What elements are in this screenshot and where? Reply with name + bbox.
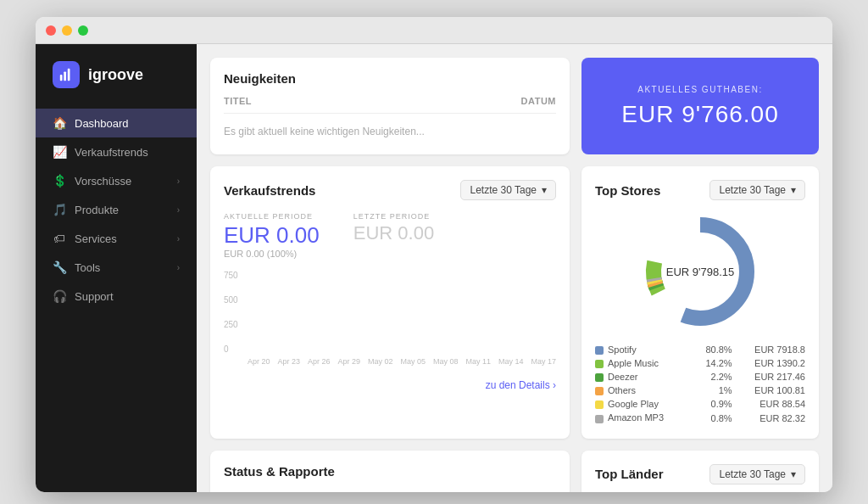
- sidebar-item-label-tools: Tools: [75, 261, 100, 274]
- last-period-group: LETZTE PERIODE EUR 0.00: [353, 212, 434, 259]
- chevron-down-icon: ▾: [542, 184, 547, 196]
- legend-name: Google Play: [608, 399, 659, 409]
- status-title: Status & Rapporte: [224, 464, 556, 479]
- legend-pct: 1%: [694, 384, 732, 397]
- sidebar-item-support[interactable]: 🎧Support: [36, 282, 197, 311]
- verkauf-title: Verkaufstrends: [224, 183, 315, 198]
- close-button[interactable]: [46, 25, 56, 36]
- legend-eur: EUR 217.46: [732, 370, 805, 384]
- chevron-icon-produkte: ›: [177, 205, 180, 215]
- sidebar: igroove 🏠Dashboard📈Verkaufstrends💲Vorsch…: [36, 44, 197, 492]
- legend-row: Amazon MP30.8%EUR 82.32: [595, 411, 805, 424]
- top-row: Neuigkeiten Titel Datum Es gibt aktuell …: [210, 58, 819, 154]
- top-laender-period-select[interactable]: Letzte 30 Tage ▾: [709, 464, 805, 484]
- balance-card: AKTUELLES GUTHABEN: EUR 9'766.00: [581, 58, 819, 154]
- minimize-button[interactable]: [62, 25, 72, 36]
- logo-icon: [53, 61, 80, 88]
- verkauf-period-select[interactable]: Letzte 30 Tage ▾: [460, 180, 556, 200]
- col-date: Datum: [521, 96, 556, 106]
- svg-rect-1: [64, 71, 66, 81]
- verkaufstrends-icon: 📈: [53, 145, 66, 159]
- top-stores-header: Top Stores Letzte 30 Tage ▾: [595, 180, 805, 200]
- legend-name: Deezer: [608, 372, 637, 382]
- chevron-icon-tools: ›: [177, 263, 180, 272]
- svg-rect-2: [68, 69, 70, 81]
- neuigkeiten-title: Neuigkeiten: [224, 71, 556, 86]
- sidebar-item-label-produkte: Produkte: [75, 204, 119, 216]
- sidebar-item-label-verkaufstrends: Verkaufstrends: [75, 146, 148, 159]
- middle-row: Verkaufstrends Letzte 30 Tage ▾ AKTUELLE…: [210, 166, 819, 439]
- legend-eur: EUR 1390.2: [732, 356, 805, 370]
- nav-container: 🏠Dashboard📈Verkaufstrends💲Vorschüsse›🎵Pr…: [36, 109, 197, 311]
- sidebar-item-services[interactable]: 🏷Services›: [36, 224, 197, 253]
- legend-row: Deezer2.2%EUR 217.46: [595, 370, 805, 384]
- services-icon: 🏷: [53, 232, 66, 245]
- legend-row: Spotify80.8%EUR 7918.8: [595, 343, 805, 356]
- neuigkeiten-header: Titel Datum: [224, 96, 556, 114]
- verkaufstrends-card: Verkaufstrends Letzte 30 Tage ▾ AKTUELLE…: [210, 166, 570, 439]
- legend-name: Spotify: [608, 344, 637, 355]
- legend-pct: 14.2%: [694, 356, 732, 370]
- bottom-row: Status & Rapporte Top Länder Letzte 30 T…: [210, 451, 819, 492]
- verkauf-period-label: Letzte 30 Tage: [470, 184, 537, 196]
- support-icon: 🎧: [53, 289, 66, 303]
- top-laender-title: Top Länder: [595, 467, 664, 481]
- legend-container: Spotify80.8%EUR 7918.8Apple Music14.2%EU…: [595, 343, 805, 425]
- top-stores-title: Top Stores: [595, 183, 660, 198]
- status-card: Status & Rapporte: [210, 451, 570, 492]
- legend-color-dot: [595, 415, 604, 423]
- sidebar-item-produkte[interactable]: 🎵Produkte›: [36, 195, 197, 224]
- legend-color-dot: [595, 346, 604, 355]
- legend-color-dot: [595, 360, 604, 368]
- legend-color-dot: [595, 387, 604, 395]
- chevron-icon-services: ›: [177, 234, 180, 244]
- sidebar-item-tools[interactable]: 🔧Tools›: [36, 253, 197, 282]
- verkauf-header: Verkaufstrends Letzte 30 Tage ▾: [224, 180, 556, 200]
- donut-container: EUR 9'798.15: [595, 212, 805, 331]
- legend-pct: 2.2%: [694, 370, 732, 384]
- tools-icon: 🔧: [53, 260, 66, 274]
- titlebar: [36, 17, 832, 44]
- balance-amount: EUR 9'766.00: [621, 101, 778, 128]
- current-sub: EUR 0.00 (100%): [224, 249, 320, 259]
- legend-row: Apple Music14.2%EUR 1390.2: [595, 356, 805, 370]
- sidebar-item-label-vorschusse: Vorschüsse: [75, 175, 131, 188]
- legend-color-dot: [595, 373, 604, 382]
- legend-eur: EUR 100.81: [732, 384, 805, 397]
- detail-link[interactable]: zu den Details ›: [224, 379, 556, 391]
- logo-text: igroove: [88, 66, 143, 84]
- top-laender-period-label: Letzte 30 Tage: [719, 468, 786, 480]
- donut-center-text: EUR 9'798.15: [666, 266, 735, 278]
- top-stores-period-label: Letzte 30 Tage: [719, 184, 786, 196]
- legend-pct: 0.9%: [694, 397, 732, 411]
- legend-table: Spotify80.8%EUR 7918.8Apple Music14.2%EU…: [595, 343, 805, 425]
- y-axis-labels: 750 500 250 0: [224, 271, 238, 354]
- top-stores-card: Top Stores Letzte 30 Tage ▾: [581, 166, 819, 439]
- legend-name: Others: [608, 385, 636, 395]
- legend-row: Google Play0.9%EUR 88.54: [595, 397, 805, 411]
- col-title: Titel: [224, 96, 252, 106]
- sidebar-item-dashboard[interactable]: 🏠Dashboard: [36, 109, 197, 137]
- legend-row: Others1%EUR 100.81: [595, 384, 805, 397]
- top-stores-period-select[interactable]: Letzte 30 Tage ▾: [709, 180, 805, 200]
- produkte-icon: 🎵: [53, 203, 66, 216]
- maximize-button[interactable]: [78, 25, 88, 36]
- chevron-down-icon-stores: ▾: [791, 184, 796, 196]
- top-laender-header: Top Länder Letzte 30 Tage ▾: [595, 464, 805, 484]
- sidebar-item-verkaufstrends[interactable]: 📈Verkaufstrends: [36, 137, 197, 166]
- x-axis-labels: Apr 20 Apr 23 Apr 26 Apr 29 May 02 May 0…: [248, 357, 556, 366]
- top-laender-card: Top Länder Letzte 30 Tage ▾: [581, 451, 819, 492]
- current-period-label: AKTUELLE PERIODE: [224, 212, 320, 221]
- balance-label: AKTUELLES GUTHABEN:: [637, 85, 762, 94]
- sidebar-item-label-services: Services: [75, 232, 117, 245]
- sidebar-item-vorschusse[interactable]: 💲Vorschüsse›: [36, 166, 197, 195]
- sidebar-item-label-support: Support: [75, 290, 114, 303]
- svg-rect-0: [60, 75, 63, 81]
- logo-area: igroove: [36, 61, 197, 109]
- last-period-label: LETZTE PERIODE: [353, 212, 434, 221]
- stats-row: AKTUELLE PERIODE EUR 0.00 EUR 0.00 (100%…: [224, 212, 556, 259]
- app-window: igroove 🏠Dashboard📈Verkaufstrends💲Vorsch…: [36, 17, 832, 492]
- legend-eur: EUR 82.32: [732, 411, 805, 424]
- legend-color-dot: [595, 400, 604, 409]
- app-body: igroove 🏠Dashboard📈Verkaufstrends💲Vorsch…: [36, 44, 832, 492]
